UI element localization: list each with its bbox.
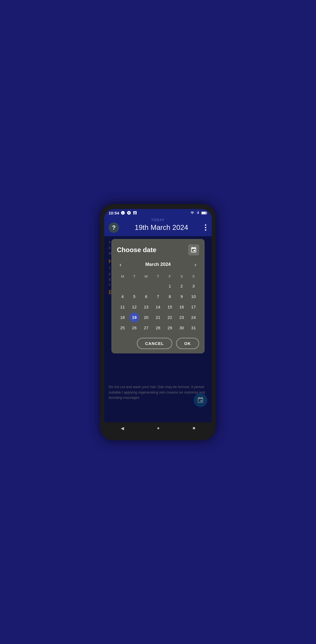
notification1-icon xyxy=(121,211,125,215)
day-header-s: S xyxy=(176,273,187,281)
day-cell-27[interactable]: 27 xyxy=(141,323,151,333)
day-cell-empty xyxy=(141,281,151,291)
day-cell-22[interactable]: 22 xyxy=(165,313,175,322)
svg-rect-1 xyxy=(202,212,206,214)
day-cell-14[interactable]: 14 xyxy=(153,302,163,312)
day-cell-10[interactable]: 10 xyxy=(188,292,198,302)
ok-button[interactable]: OK xyxy=(176,338,199,349)
day-header-t: T xyxy=(129,273,140,281)
next-month-button[interactable]: › xyxy=(192,260,199,269)
day-cell-21[interactable]: 21 xyxy=(153,313,163,322)
day-cell-17[interactable]: 17 xyxy=(188,302,198,312)
day-header-m: M xyxy=(117,273,128,281)
today-label: TODAY xyxy=(109,218,207,222)
day-cell-18[interactable]: 18 xyxy=(118,313,128,322)
calendar-download-icon xyxy=(190,247,197,253)
app-content: T ItM H T spgs B Do not cut and wash you… xyxy=(104,236,212,422)
day-cell-25[interactable]: 25 xyxy=(118,323,128,333)
day-cell-empty xyxy=(118,281,128,291)
dialog-title: Choose date xyxy=(117,246,156,254)
app-header: TODAY ? 19th March 2024 xyxy=(104,216,212,236)
day-cell-empty xyxy=(153,281,163,291)
home-button[interactable]: ● xyxy=(151,425,165,432)
day-cell-26[interactable]: 26 xyxy=(129,323,139,333)
recents-button[interactable]: ■ xyxy=(187,425,201,432)
day-cell-4[interactable]: 4 xyxy=(118,292,128,302)
nav-bar: ◀ ● ■ xyxy=(104,422,212,435)
dialog-header: Choose date xyxy=(117,244,199,255)
day-cell-29[interactable]: 29 xyxy=(165,323,175,333)
status-bar: 10:54 xyxy=(104,209,212,216)
day-cell-5[interactable]: 5 xyxy=(129,292,139,302)
wifi-icon xyxy=(190,211,195,215)
day-cell-13[interactable]: 13 xyxy=(141,302,151,312)
more-menu-button[interactable] xyxy=(204,223,207,232)
day-cell-23[interactable]: 23 xyxy=(177,313,187,322)
day-cell-1[interactable]: 1 xyxy=(165,281,175,291)
back-button[interactable]: ◀ xyxy=(115,425,129,432)
day-cell-19[interactable]: 19 xyxy=(129,313,139,322)
cancel-button[interactable]: CANCEL xyxy=(137,338,172,349)
day-header-w: W xyxy=(140,273,152,281)
day-cell-30[interactable]: 30 xyxy=(177,323,187,333)
dialog-buttons: CANCEL OK xyxy=(117,338,199,349)
day-header-t: T xyxy=(152,273,163,281)
header-date: 19th March 2024 xyxy=(135,223,188,232)
month-nav: ‹ March 2024 › xyxy=(117,260,199,269)
modal-overlay: Choose date ‹ March 2024 › xyxy=(104,236,212,422)
day-cell-11[interactable]: 11 xyxy=(118,302,128,312)
header-row: ? 19th March 2024 xyxy=(109,222,207,233)
day-cell-3[interactable]: 3 xyxy=(188,281,198,291)
notification3-icon xyxy=(133,211,137,215)
phone-screen: 10:54 TODAY ? 19th March 2024 xyxy=(104,209,212,435)
day-header-s: S xyxy=(188,273,199,281)
day-cell-16[interactable]: 16 xyxy=(177,302,187,312)
date-picker-dialog: Choose date ‹ March 2024 › xyxy=(111,239,205,353)
download-calendar-icon[interactable] xyxy=(188,244,199,255)
day-cell-2[interactable]: 2 xyxy=(177,281,187,291)
day-cell-6[interactable]: 6 xyxy=(141,292,151,302)
svg-rect-2 xyxy=(207,212,207,214)
help-icon[interactable]: ? xyxy=(109,222,119,233)
day-cell-7[interactable]: 7 xyxy=(153,292,163,302)
day-cell-24[interactable]: 24 xyxy=(188,313,198,322)
day-cell-28[interactable]: 28 xyxy=(153,323,163,333)
status-time: 10:54 xyxy=(109,211,119,215)
day-cell-9[interactable]: 9 xyxy=(177,292,187,302)
signal-icon xyxy=(196,211,200,215)
notification2-icon xyxy=(127,211,131,215)
prev-month-button[interactable]: ‹ xyxy=(117,260,124,269)
day-cell-31[interactable]: 31 xyxy=(188,323,198,333)
phone-device: 10:54 TODAY ? 19th March 2024 xyxy=(100,204,216,440)
day-cell-12[interactable]: 12 xyxy=(129,302,139,312)
status-icons xyxy=(190,211,207,215)
day-cell-15[interactable]: 15 xyxy=(165,302,175,312)
day-cell-8[interactable]: 8 xyxy=(165,292,175,302)
month-year-label: March 2024 xyxy=(145,262,171,267)
day-cell-empty xyxy=(129,281,139,291)
battery-icon xyxy=(201,211,207,215)
day-header-f: F xyxy=(164,273,176,281)
calendar-grid: MTWTFSS123456789101112131415161718192021… xyxy=(117,273,199,333)
day-cell-20[interactable]: 20 xyxy=(141,313,151,322)
